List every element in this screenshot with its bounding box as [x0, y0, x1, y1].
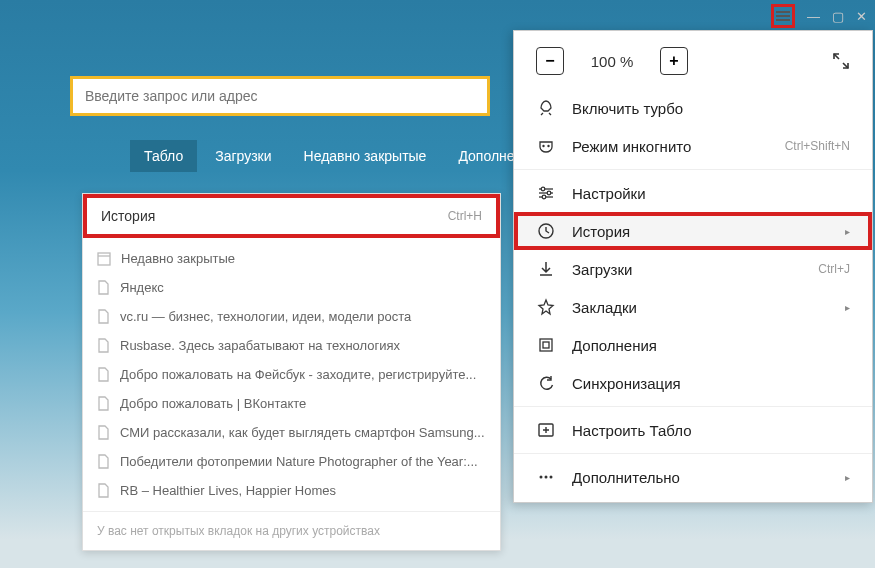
search-input[interactable] [85, 88, 475, 104]
menu-label: Дополнения [572, 337, 657, 354]
item-label: RB – Healthier Lives, Happier Homes [120, 483, 336, 498]
menu-label: Настройки [572, 185, 646, 202]
sliders-icon [536, 184, 556, 202]
svg-point-16 [550, 476, 553, 479]
menu-label: Режим инкогнито [572, 138, 691, 155]
zoom-in-button[interactable]: + [660, 47, 688, 75]
menu-sync[interactable]: Синхронизация [514, 364, 872, 402]
svg-point-14 [540, 476, 543, 479]
chevron-right-icon: ▸ [845, 302, 850, 313]
menu-addons[interactable]: Дополнения [514, 326, 872, 364]
menu-incognito[interactable]: Режим инкогнито Ctrl+Shift+N [514, 127, 872, 165]
recently-closed-icon [97, 252, 111, 266]
menu-label: Настроить Табло [572, 422, 691, 439]
item-label: СМИ рассказали, как будет выглядеть смар… [120, 425, 485, 440]
menu-bookmarks[interactable]: Закладки ▸ [514, 288, 872, 326]
tab-recently-closed[interactable]: Недавно закрытые [290, 140, 441, 172]
item-label: Недавно закрытые [121, 251, 235, 266]
search-bar[interactable] [70, 76, 490, 116]
list-item[interactable]: Добро пожаловать | ВКонтакте [83, 389, 500, 418]
menu-label: История [572, 223, 630, 240]
tab-tablo[interactable]: Табло [130, 140, 197, 172]
hamburger-menu-button[interactable] [771, 4, 795, 28]
more-icon [536, 468, 556, 486]
rocket-icon [536, 99, 556, 117]
puzzle-icon [536, 336, 556, 354]
chevron-right-icon: ▸ [845, 226, 850, 237]
item-label: Победители фотопремии Nature Photographe… [120, 454, 478, 469]
item-label: Добро пожаловать на Фейсбук - заходите, … [120, 367, 476, 382]
download-icon [536, 260, 556, 278]
file-icon [97, 338, 110, 353]
zoom-value: 100 % [582, 53, 642, 70]
list-item[interactable]: СМИ рассказали, как будет выглядеть смар… [83, 418, 500, 447]
list-item[interactable]: vc.ru — бизнес, технологии, идеи, модели… [83, 302, 500, 331]
menu-turbo[interactable]: Включить турбо [514, 89, 872, 127]
menu-label: Включить турбо [572, 100, 683, 117]
history-submenu: История Ctrl+H Недавно закрытые Яндекс v… [82, 193, 501, 551]
page-tabs: Табло Загрузки Недавно закрытые Дополнен… [130, 140, 552, 172]
minimize-button[interactable]: — [807, 9, 820, 24]
file-icon [97, 309, 110, 324]
list-item[interactable]: Добро пожаловать на Фейсбук - заходите, … [83, 360, 500, 389]
list-item[interactable]: Rusbase. Здесь зарабатывают на технологи… [83, 331, 500, 360]
menu-customize-tablo[interactable]: Настроить Табло [514, 411, 872, 449]
list-item[interactable]: Победители фотопремии Nature Photographe… [83, 447, 500, 476]
menu-label: Закладки [572, 299, 637, 316]
star-icon [536, 298, 556, 316]
svg-rect-12 [543, 342, 549, 348]
item-label: Rusbase. Здесь зарабатывают на технологи… [120, 338, 400, 353]
file-icon [97, 280, 110, 295]
file-icon [97, 425, 110, 440]
history-submenu-header[interactable]: История Ctrl+H [83, 194, 500, 238]
svg-rect-11 [540, 339, 552, 351]
menu-label: Синхронизация [572, 375, 681, 392]
hamburger-icon [776, 11, 790, 21]
menu-shortcut: Ctrl+Shift+N [785, 139, 850, 153]
list-item[interactable]: Яндекс [83, 273, 500, 302]
zoom-controls: − 100 % + [514, 31, 872, 89]
svg-point-9 [542, 195, 546, 199]
menu-label: Дополнительно [572, 469, 680, 486]
chevron-right-icon: ▸ [845, 472, 850, 483]
tab-downloads[interactable]: Загрузки [201, 140, 285, 172]
item-label: Добро пожаловать | ВКонтакте [120, 396, 306, 411]
mask-icon [536, 137, 556, 155]
svg-rect-0 [98, 253, 110, 265]
separator [514, 406, 872, 407]
menu-downloads[interactable]: Загрузки Ctrl+J [514, 250, 872, 288]
history-list: Недавно закрытые Яндекс vc.ru — бизнес, … [83, 238, 500, 511]
close-button[interactable]: ✕ [856, 9, 867, 24]
fullscreen-button[interactable] [832, 52, 850, 70]
menu-history[interactable]: История ▸ [514, 212, 872, 250]
file-icon [97, 396, 110, 411]
history-shortcut: Ctrl+H [448, 209, 482, 223]
file-icon [97, 367, 110, 382]
list-item[interactable]: Недавно закрытые [83, 244, 500, 273]
file-icon [97, 483, 110, 498]
clock-icon [536, 222, 556, 240]
maximize-button[interactable]: ▢ [832, 9, 844, 24]
main-menu: − 100 % + Включить турбо Режим инкогнито… [513, 30, 873, 503]
svg-point-15 [545, 476, 548, 479]
item-label: Яндекс [120, 280, 164, 295]
separator [514, 169, 872, 170]
menu-settings[interactable]: Настройки [514, 174, 872, 212]
separator [514, 453, 872, 454]
menu-label: Загрузки [572, 261, 632, 278]
svg-point-8 [547, 191, 551, 195]
item-label: vc.ru — бизнес, технологии, идеи, модели… [120, 309, 411, 324]
zoom-out-button[interactable]: − [536, 47, 564, 75]
history-title: История [101, 208, 155, 224]
refresh-icon [536, 374, 556, 392]
file-icon [97, 454, 110, 469]
menu-more[interactable]: Дополнительно ▸ [514, 458, 872, 496]
add-panel-icon [536, 421, 556, 439]
list-item[interactable]: RB – Healthier Lives, Happier Homes [83, 476, 500, 505]
history-footer: У вас нет открытых вкладок на других уст… [83, 511, 500, 550]
svg-point-7 [541, 187, 545, 191]
menu-shortcut: Ctrl+J [818, 262, 850, 276]
svg-point-2 [542, 145, 544, 147]
svg-point-3 [547, 145, 549, 147]
